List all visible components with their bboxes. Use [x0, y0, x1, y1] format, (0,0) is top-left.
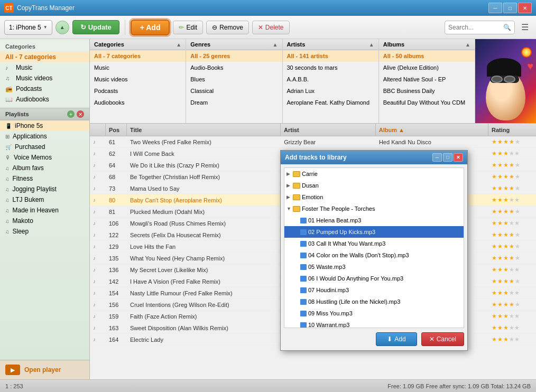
filter-adrian-lux[interactable]: Adrian Lux: [283, 85, 378, 97]
filter-30seconds[interactable]: 30 seconds to mars: [283, 62, 378, 73]
dialog-tree[interactable]: ▶Carrie▶Dusan▶Emotion▼Foster The People …: [284, 167, 464, 328]
albums-filter-list[interactable]: All - 50 albums Alive (Deluxe Edition) A…: [379, 50, 475, 123]
playlist-item-applications[interactable]: ⊞ Applications: [0, 131, 89, 142]
list-item[interactable]: 09 Miss You.mp3: [284, 307, 464, 319]
header-rating[interactable]: Rating: [488, 124, 536, 136]
albums-scroll-up[interactable]: ▲: [465, 42, 470, 48]
voice-icon: 🎙: [5, 155, 11, 161]
minimize-button[interactable]: ─: [488, 3, 502, 13]
list-item[interactable]: ▼Foster The People - Torches: [284, 203, 464, 214]
track-pos: 136: [106, 267, 127, 273]
delete-button[interactable]: ✕ Delete: [252, 21, 290, 34]
dialog-minimize[interactable]: ─: [432, 153, 442, 162]
list-item[interactable]: ▶Emotion: [284, 191, 464, 203]
playlist-item-sleep[interactable]: ♫ Sleep: [0, 226, 89, 237]
list-item[interactable]: 08 Hustling (Life on the Nickel).mp3: [284, 296, 464, 307]
sidebar-item-music-videos[interactable]: ♫ Music videos: [0, 73, 89, 83]
add-button[interactable]: + Add: [131, 20, 170, 35]
filter-music-videos[interactable]: Music videos: [90, 73, 186, 85]
filter-dream[interactable]: Dream: [186, 97, 282, 108]
podcasts-label: Podcasts: [16, 85, 42, 92]
menu-button[interactable]: ☰: [518, 21, 532, 33]
filter-all-artists[interactable]: All - 141 artists: [283, 50, 378, 62]
edit-button[interactable]: ✏ Edit: [173, 21, 203, 34]
search-box[interactable]: 🔍: [445, 21, 515, 34]
categories-scroll-up[interactable]: ▲: [176, 42, 181, 48]
sidebar-item-podcasts[interactable]: 📻 Podcasts: [0, 83, 89, 94]
sidebar-item-music[interactable]: ♪ Music: [0, 62, 89, 73]
list-item[interactable]: ▶Carrie: [284, 168, 464, 180]
sidebar-item-all-categories[interactable]: All - 7 categories: [0, 52, 89, 62]
playlist-item-ltj[interactable]: ♫ LTJ Bukem: [0, 194, 89, 205]
list-item[interactable]: 07 Houdini.mp3: [284, 284, 464, 296]
close-playlist-button[interactable]: ✕: [77, 110, 84, 118]
filter-aeroplane[interactable]: Aeroplane Feat. Kathy Diamond: [283, 97, 378, 108]
list-item[interactable]: 06 I Would Do Anything For You.mp3: [284, 273, 464, 284]
list-item[interactable]: 04 Color on the Walls (Don't Stop).mp3: [284, 249, 464, 261]
track-rating: ★★★★★: [488, 138, 536, 145]
filter-altered-native[interactable]: Altered Native Soul - EP: [379, 73, 475, 85]
list-item[interactable]: ▶Dusan: [284, 180, 464, 191]
toolbar-separator: [125, 20, 125, 35]
device-selector[interactable]: 1: iPhone 5 ▼: [4, 20, 52, 35]
filter-all-categories[interactable]: All - 7 categories: [90, 50, 186, 62]
dialog-add-icon: ⬇: [387, 335, 392, 343]
filter-aabb[interactable]: A.A.B.B.: [283, 73, 378, 85]
genres-filter-list[interactable]: All - 25 genres Audio-Books Blues Classi…: [186, 50, 282, 123]
track-type-icon: ♪: [90, 325, 106, 331]
artists-filter-list[interactable]: All - 141 artists 30 seconds to mars A.A…: [283, 50, 378, 123]
list-item[interactable]: 01 Helena Beat.mp3: [284, 214, 464, 226]
list-item[interactable]: 03 Call It What You Want.mp3: [284, 238, 464, 249]
artists-filter-header: Artists ▲: [283, 39, 378, 50]
filter-music[interactable]: Music: [90, 62, 186, 73]
add-playlist-button[interactable]: +: [67, 110, 75, 118]
tree-item-label: 08 Hustling (Life on the Nickel).mp3: [308, 297, 400, 306]
filter-audiobooks[interactable]: Audiobooks: [90, 97, 186, 108]
filter-beautiful-day[interactable]: Beautiful Day Without You CDM: [379, 97, 475, 108]
dialog-cancel-button[interactable]: ✕ Cancel: [421, 332, 464, 346]
filter-all-genres[interactable]: All - 25 genres: [186, 50, 282, 62]
genres-scroll-up[interactable]: ▲: [273, 42, 278, 48]
playlist-item-iphone5s[interactable]: 📱 iPhone 5s: [0, 120, 89, 131]
remove-button[interactable]: ⊖ Remove: [206, 21, 249, 34]
sidebar-item-audiobooks[interactable]: 📖 Audiobooks: [0, 94, 89, 105]
dialog-add-button[interactable]: ⬇ Add: [376, 332, 417, 346]
list-item[interactable]: 05 Waste.mp3: [284, 261, 464, 273]
list-item[interactable]: 02 Pumped Up Kicks.mp3: [284, 226, 464, 238]
dialog-close[interactable]: ✕: [454, 153, 463, 162]
table-row[interactable]: ♪ 61 Two Weeks (Fred Falke Remix) Grizzl…: [90, 136, 536, 148]
track-pos: 62: [106, 151, 127, 157]
filter-blues[interactable]: Blues: [186, 73, 282, 85]
filter-all-albums[interactable]: All - 50 albums: [379, 50, 475, 62]
header-pos[interactable]: Pos: [106, 124, 127, 136]
playlist-item-jogging[interactable]: ♫ Jogging Playlist: [0, 184, 89, 194]
filter-podcasts[interactable]: Podcasts: [90, 85, 186, 97]
dialog-maximize[interactable]: □: [443, 153, 452, 162]
sleep-icon: ♫: [5, 229, 10, 235]
header-album[interactable]: Album ▲: [376, 124, 488, 136]
artists-filter: Artists ▲ All - 141 artists 30 seconds t…: [283, 39, 379, 123]
open-player-button[interactable]: ▶ Open player: [0, 360, 89, 379]
search-input[interactable]: [448, 24, 501, 31]
categories-filter-list[interactable]: All - 7 categories Music Music videos Po…: [90, 50, 186, 123]
playlist-item-voice-memos[interactable]: 🎙 Voice Memos: [0, 152, 89, 163]
up-button[interactable]: ▲: [56, 21, 69, 34]
header-artist[interactable]: Artist: [281, 124, 376, 136]
star-rating: ★★★★: [492, 138, 515, 145]
filter-bbc[interactable]: BBC Business Daily: [379, 85, 475, 97]
audiobooks-icon: 📖: [5, 96, 13, 103]
header-title[interactable]: Title: [127, 124, 281, 136]
update-button[interactable]: ↻ Update: [72, 20, 119, 34]
filter-audiobooks-genre[interactable]: Audio-Books: [186, 62, 282, 73]
playlist-item-purchased[interactable]: 🛒 Purchased: [0, 142, 89, 152]
playlist-item-makoto[interactable]: ♫ Makoto: [0, 216, 89, 226]
playlist-item-album-favs[interactable]: ♫ Album favs: [0, 163, 89, 173]
filter-classical[interactable]: Classical: [186, 85, 282, 97]
close-button[interactable]: ✕: [518, 3, 532, 13]
artists-scroll-up[interactable]: ▲: [369, 42, 374, 48]
filter-alive[interactable]: Alive (Deluxe Edition): [379, 62, 475, 73]
playlist-item-made-in-heaven[interactable]: ♫ Made in Heaven: [0, 205, 89, 216]
playlist-item-fitness[interactable]: ♫ Fitness: [0, 173, 89, 184]
list-item[interactable]: 10 Warrant.mp3: [284, 319, 464, 328]
maximize-button[interactable]: □: [503, 3, 517, 13]
